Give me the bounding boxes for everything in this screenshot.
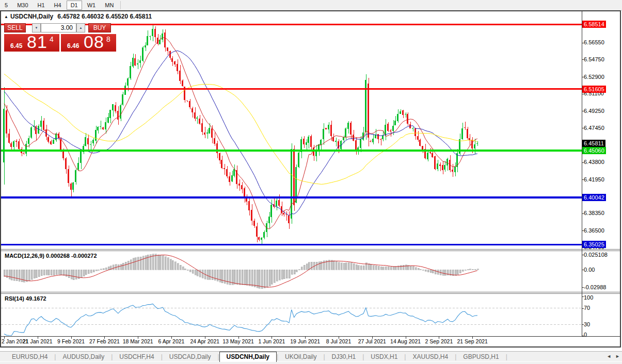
chart-ohlc-values: 6.45782 6.46032 6.45520 6.45811 — [57, 13, 152, 20]
chart-tab-gbpusd[interactable]: GBPUSD,H1 — [456, 352, 505, 361]
chart-tab-dj30[interactable]: DJ30,H1 — [325, 352, 363, 361]
date-axis-label: 19 Jun 2021 — [290, 338, 320, 344]
chart-window: ▲USDCNH,Daily6.45782 6.46032 6.45520 6.4… — [0, 10, 621, 348]
rsi-axis-tickmark — [582, 308, 584, 309]
date-axis-tickmark — [339, 337, 339, 339]
timeframe-button-m30[interactable]: M30 — [13, 1, 32, 10]
volume-input[interactable]: 3.00 — [41, 23, 76, 32]
timeframe-button-w1[interactable]: W1 — [83, 1, 100, 10]
rsi-axis-tickmark — [582, 296, 584, 297]
buy-price-prefix: 6.46 — [67, 42, 79, 49]
date-axis-label: 6 Apr 2021 — [158, 338, 185, 344]
timeframe-button-d1[interactable]: D1 — [67, 1, 82, 10]
price-axis-tick: 6.41950 — [584, 176, 604, 183]
status-strip — [0, 361, 622, 364]
price-axis-tickmark — [582, 94, 584, 94]
rsi-axis-tickmark — [582, 324, 584, 325]
price-axis-tick: 6.54750 — [584, 56, 604, 62]
date-axis-label: 21 Sep 2021 — [457, 338, 488, 344]
date-axis-tickmark — [71, 337, 72, 339]
chart-tab-usdchf[interactable]: USDCHF,H4 — [113, 352, 161, 361]
price-axis-tickmark — [582, 43, 584, 43]
date-axis-label: 1 Jun 2021 — [258, 338, 285, 344]
buy-price-big-digits: 08 — [84, 32, 104, 52]
chevron-up-icon: ▲ — [79, 26, 83, 29]
rsi-axis-tick: 30 — [584, 321, 590, 327]
volume-decrease-button[interactable]: ▼ — [32, 23, 41, 32]
chart-tab-audusd[interactable]: AUDUSD,Daily — [56, 352, 111, 361]
sell-price-big-digits: 81 — [27, 32, 47, 52]
time-axis-border — [1, 336, 620, 337]
date-axis-tickmark — [104, 337, 105, 339]
timeframe-button-5[interactable]: 5 — [1, 1, 12, 10]
macd-axis-tickmark — [582, 287, 584, 288]
price-level-badge: 6.58514 — [582, 21, 606, 28]
toolbar-separator — [120, 1, 121, 9]
date-axis-label: 8 Jul 2021 — [326, 338, 351, 344]
chart-tab-usdx[interactable]: USDX,H1 — [364, 352, 404, 361]
rsi-indicator-plot[interactable] — [1, 294, 582, 336]
price-axis-tick: 6.43800 — [584, 159, 604, 165]
timeframe-button-mn[interactable]: MN — [101, 1, 118, 10]
chart-symbol-label: USDCNH,Daily — [10, 13, 53, 20]
price-axis-tickmark — [582, 59, 584, 60]
price-axis-tickmark — [582, 111, 584, 111]
price-axis-tick: 6.52900 — [584, 74, 604, 80]
chart-tab-usdcad[interactable]: USDCAD,Daily — [163, 352, 218, 361]
date-axis-label: 14 Aug 2021 — [390, 338, 421, 344]
macd-axis-tickmark — [582, 270, 584, 270]
timeframe-button-h1[interactable]: H1 — [34, 1, 49, 10]
price-axis-tick: 6.36500 — [584, 227, 604, 234]
timeframe-button-h4[interactable]: H4 — [50, 1, 66, 10]
timeframe-toolbar: 5M30H1H4D1W1MN — [0, 0, 622, 11]
chart-tab-usdcnh[interactable]: USDCNH,Daily — [219, 352, 277, 362]
rsi-axis-tick: 70 — [584, 305, 590, 311]
trading-terminal: { "toolbar": { "timeframes": ["5","M30",… — [0, 0, 622, 364]
buy-button[interactable]: BUY — [88, 23, 111, 32]
chart-tab-xauusd[interactable]: XAUUSD,H4 — [406, 352, 455, 361]
sell-price-prefix: 6.45 — [10, 42, 22, 49]
chart-tab-ukoil[interactable]: UKOil,Daily — [278, 352, 323, 361]
date-axis-label: 27 Feb 2021 — [89, 338, 120, 344]
date-axis-tickmark — [272, 337, 272, 339]
rsi-axis-tick: 0 — [584, 332, 587, 338]
price-axis-tickmark — [582, 179, 584, 180]
date-axis-tickmark — [138, 337, 138, 339]
price-axis-tick: 6.49250 — [584, 108, 604, 114]
date-axis-tickmark — [38, 337, 38, 339]
date-axis-label: 24 Apr 2021 — [190, 338, 219, 344]
date-axis-tickmark — [372, 337, 373, 339]
macd-axis-tick: 0.00 — [584, 267, 595, 273]
volume-increase-button[interactable]: ▲ — [76, 23, 85, 32]
tab-separator: | — [506, 352, 507, 361]
chart-title: ▲USDCNH,Daily6.45782 6.46032 6.45520 6.4… — [4, 13, 152, 20]
price-level-badge: 6.45811 — [582, 140, 605, 147]
sell-button[interactable]: SELL — [4, 23, 26, 32]
rsi-axis-tick: 100 — [584, 294, 593, 301]
chart-tab-bar: EURUSD,H4|AUDUSD,Daily|USDCHF,H4|USDCAD,… — [0, 351, 622, 362]
date-axis-label: 21 Jan 2021 — [23, 338, 53, 344]
price-axis-tickmark — [582, 128, 584, 128]
macd-axis-tickmark — [582, 255, 584, 255]
date-axis-tickmark — [4, 337, 5, 339]
price-level-badge: 6.51605 — [582, 86, 606, 93]
collapse-chart-icon[interactable]: ▲ — [4, 14, 8, 19]
macd-label: MACD(12,26,9) 0.000268 -0.000272 — [5, 253, 97, 259]
rsi-axis-tickmark — [582, 336, 584, 336]
date-axis-label: 2 Sep 2021 — [425, 338, 453, 344]
tab-scroll-right-icon[interactable]: ► — [615, 354, 622, 359]
price-level-badge: 6.45060 — [582, 147, 606, 154]
price-axis-tick: 6.47450 — [584, 125, 604, 131]
date-axis-tickmark — [238, 337, 239, 339]
tab-scroll-left-icon[interactable]: ◄ — [607, 354, 615, 359]
date-axis-tickmark — [472, 337, 473, 339]
sell-price-display[interactable]: 6.45 81 4 — [4, 34, 59, 52]
buy-price-pip-digit: 8 — [106, 35, 110, 43]
buy-price-display[interactable]: 6.46 08 8 — [61, 34, 116, 52]
price-axis-tickmark — [582, 162, 584, 163]
macd-axis-tick: 0.025108 — [584, 252, 608, 258]
date-axis-tickmark — [205, 337, 205, 339]
sell-price-pip-digit: 4 — [50, 35, 54, 43]
chevron-down-icon: ▼ — [35, 26, 38, 29]
chart-tab-eurusd[interactable]: EURUSD,H4 — [5, 352, 54, 361]
